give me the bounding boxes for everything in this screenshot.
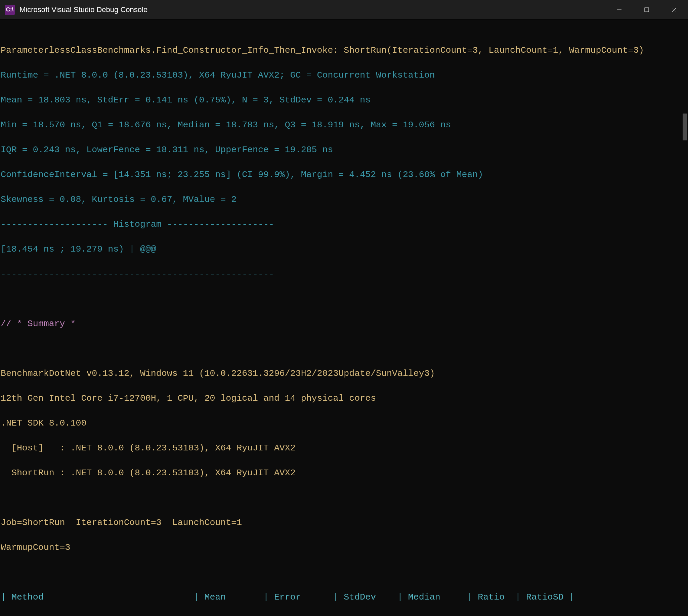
- scrollbar-thumb[interactable]: [683, 113, 687, 140]
- stat-skew: Skewness = 0.08, Kurtosis = 0.67, MValue…: [1, 194, 688, 206]
- table-header: | Method | Mean | Error | StdDev | Media…: [1, 591, 688, 603]
- console-window: C:\ Microsoft Visual Studio Debug Consol…: [0, 0, 688, 616]
- job-line: Job=ShortRun IterationCount=3 LaunchCoun…: [1, 516, 688, 529]
- stat-runtime: Runtime = .NET 8.0.0 (8.0.23.53103), X64…: [1, 69, 688, 82]
- svg-rect-1: [645, 8, 649, 12]
- window-title: Microsoft Visual Studio Debug Console: [20, 5, 148, 14]
- stat-min: Min = 18.570 ns, Q1 = 18.676 ns, Median …: [1, 119, 688, 131]
- blank: [1, 293, 688, 305]
- blank: [1, 566, 688, 579]
- blank: [1, 492, 688, 504]
- minimize-button[interactable]: [605, 0, 633, 20]
- blank: [1, 343, 688, 355]
- close-button[interactable]: [661, 0, 688, 20]
- env-short: ShortRun : .NET 8.0.0 (8.0.23.53103), X6…: [1, 467, 688, 479]
- stat-iqr: IQR = 0.243 ns, LowerFence = 18.311 ns, …: [1, 144, 688, 156]
- env-1: BenchmarkDotNet v0.13.12, Windows 11 (10…: [1, 368, 688, 380]
- titlebar[interactable]: C:\ Microsoft Visual Studio Debug Consol…: [0, 0, 688, 20]
- benchmark-header: ParameterlessClassBenchmarks.Find_Constr…: [1, 44, 688, 57]
- env-sdk: .NET SDK 8.0.100: [1, 417, 688, 430]
- console-output[interactable]: ParameterlessClassBenchmarks.Find_Constr…: [0, 20, 688, 616]
- env-host: [Host] : .NET 8.0.0 (8.0.23.53103), X64 …: [1, 442, 688, 455]
- window-controls: [605, 0, 688, 20]
- summary-title: // * Summary *: [1, 318, 688, 330]
- hist-row: [18.454 ns ; 19.279 ns) | @@@: [1, 243, 688, 256]
- hist-head: -------------------- Histogram ---------…: [1, 218, 688, 231]
- stat-mean: Mean = 18.803 ns, StdErr = 0.141 ns (0.7…: [1, 94, 688, 107]
- maximize-button[interactable]: [633, 0, 661, 20]
- hist-foot: ----------------------------------------…: [1, 268, 688, 281]
- warmup-line: WarmupCount=3: [1, 542, 688, 554]
- env-2: 12th Gen Intel Core i7-12700H, 1 CPU, 20…: [1, 392, 688, 405]
- app-icon: C:\: [5, 5, 15, 15]
- title-left: C:\ Microsoft Visual Studio Debug Consol…: [0, 5, 148, 15]
- stat-ci: ConfidenceInterval = [14.351 ns; 23.255 …: [1, 169, 688, 181]
